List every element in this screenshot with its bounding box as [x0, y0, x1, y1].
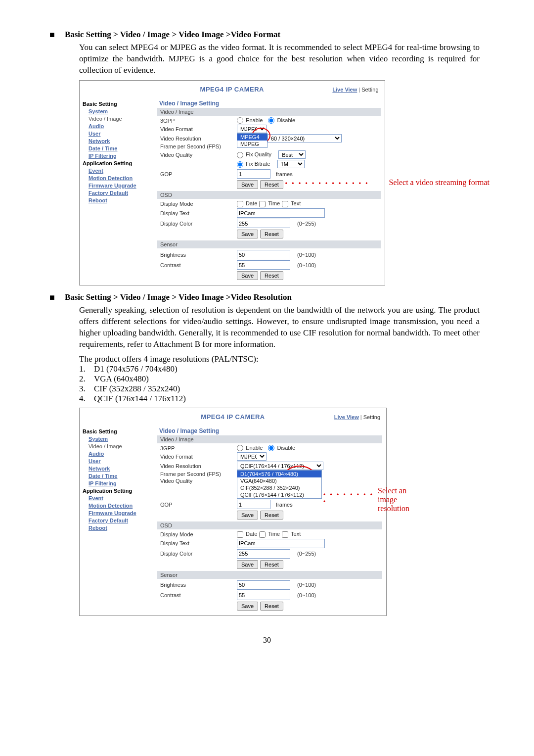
setting-link[interactable]: Setting	[361, 87, 378, 93]
chk-time[interactable]: Time	[259, 531, 280, 538]
label-brightness: Brightness	[160, 252, 237, 258]
res-opt-d1[interactable]: D1(704×576 / 704×480)	[237, 471, 321, 477]
sidebar-item-ipfiltering[interactable]: IP Filtering	[89, 153, 154, 159]
radio-fix-quality[interactable]: Fix Quality	[237, 151, 271, 158]
radio-enable[interactable]: Enable	[237, 445, 263, 452]
label-fps: Frame per Second (FPS)	[160, 143, 237, 149]
reset-button[interactable]: Reset	[260, 511, 283, 520]
sidebar-item-event[interactable]: Event	[89, 495, 154, 501]
section-video-image: Video / Image	[157, 435, 382, 443]
dotted-leader: • • • • • • • • •	[323, 491, 379, 505]
list-num: 4.	[79, 394, 94, 404]
sidebar-item-reboot[interactable]: Reboot	[89, 525, 154, 531]
res-opt-qcif[interactable]: QCIF(176×144 / 176×112)	[237, 491, 321, 498]
res-opt-vga[interactable]: VGA(640×480)	[237, 477, 321, 484]
sidebar-item-ipfiltering[interactable]: IP Filtering	[89, 480, 154, 486]
reset-button[interactable]: Reset	[260, 271, 283, 280]
brightness-input[interactable]	[237, 580, 290, 590]
live-view-link[interactable]: Live View	[334, 414, 359, 420]
label-video-resolution: Video Resolution	[160, 136, 237, 142]
section-2-heading: Basic Setting > Video / Image > Video Im…	[65, 292, 292, 302]
sidebar-item-system[interactable]: System	[89, 108, 154, 114]
sidebar-item-motion[interactable]: Motion Detection	[89, 503, 154, 509]
contrast-input[interactable]	[237, 260, 290, 270]
format-opt-mjpeg[interactable]: MJPEG	[237, 141, 267, 147]
save-button[interactable]: Save	[237, 230, 258, 238]
label-3gpp: 3GPP	[160, 118, 237, 124]
resolutions-intro: The product offers 4 image resolutions (…	[79, 354, 490, 364]
quality-select[interactable]: Best	[278, 150, 306, 159]
display-color-input[interactable]	[237, 219, 290, 228]
radio-disable[interactable]: Disable	[268, 445, 295, 452]
save-button[interactable]: Save	[237, 511, 258, 520]
sidebar-item-audio[interactable]: Audio	[89, 451, 154, 457]
gop-input[interactable]	[237, 169, 270, 179]
display-text-input[interactable]	[237, 208, 325, 218]
sidebar-item-user[interactable]: User	[89, 131, 154, 137]
sidebar-group-app: Application Setting	[83, 160, 154, 166]
sidebar-item-datetime[interactable]: Date / Time	[89, 473, 154, 479]
save-button[interactable]: Save	[237, 602, 258, 611]
contrast-input[interactable]	[237, 591, 290, 600]
sidebar-item-video-image[interactable]: Video / Image	[89, 116, 154, 122]
video-resolution-select[interactable]: 60 / 320×240)	[267, 134, 342, 142]
sidebar-item-datetime[interactable]: Date / Time	[89, 145, 154, 151]
gop-input[interactable]	[237, 500, 270, 509]
sidebar-item-user[interactable]: User	[89, 458, 154, 464]
reset-button[interactable]: Reset	[260, 180, 283, 189]
format-opt-mpeg4[interactable]: MPEG4	[237, 134, 267, 141]
resolution-item: QCIF (176x144 / 176x112)	[94, 394, 186, 404]
radio-disable[interactable]: Disable	[268, 117, 295, 124]
sidebar-item-network[interactable]: Network	[89, 466, 154, 472]
label-video-format: Video Format	[160, 454, 237, 460]
chk-date[interactable]: Date	[237, 200, 257, 207]
sidebar-item-firmware[interactable]: Firmware Upgrade	[89, 183, 154, 189]
chk-text[interactable]: Text	[282, 200, 301, 207]
radio-fix-bitrate[interactable]: Fix Bitrate	[237, 161, 270, 168]
sidebar-item-reboot[interactable]: Reboot	[89, 197, 154, 203]
brightness-input[interactable]	[237, 250, 290, 259]
label-display-color: Display Color	[160, 221, 237, 227]
reset-button[interactable]: Reset	[260, 560, 283, 569]
label-3gpp: 3GPP	[160, 445, 237, 451]
sidebar-item-factory[interactable]: Factory Default	[89, 190, 154, 196]
reset-button[interactable]: Reset	[260, 602, 283, 611]
chk-date[interactable]: Date	[237, 531, 257, 538]
chk-time[interactable]: Time	[259, 200, 280, 207]
sidebar-item-factory[interactable]: Factory Default	[89, 518, 154, 523]
bitrate-select[interactable]: 1M	[277, 160, 305, 168]
display-text-input[interactable]	[237, 539, 325, 548]
section-2-body: Generally speaking, selection of resolut…	[79, 305, 480, 350]
sidebar-item-event[interactable]: Event	[89, 168, 154, 174]
res-opt-cif[interactable]: CIF(352×288 / 352×240)	[237, 484, 321, 491]
sidebar-item-video-image[interactable]: Video / Image	[89, 443, 154, 449]
label-display-color: Display Color	[160, 551, 237, 557]
sidebar-item-motion[interactable]: Motion Detection	[89, 175, 154, 181]
label-contrast: Contrast	[160, 592, 237, 598]
label-fps: Frame per Second (FPS)	[160, 471, 237, 477]
contrast-range: (0~100)	[297, 592, 316, 598]
frames-label: frames	[276, 502, 293, 508]
sidebar-item-system[interactable]: System	[89, 436, 154, 442]
section-1-heading: Basic Setting > Video / Image > Video Im…	[65, 30, 280, 40]
radio-enable[interactable]: Enable	[237, 117, 263, 124]
panel-title: MPEG4 IP CAMERA	[201, 413, 265, 421]
sidebar-item-firmware[interactable]: Firmware Upgrade	[89, 510, 154, 516]
section-osd: OSD	[157, 521, 382, 529]
chk-text[interactable]: Text	[282, 531, 301, 538]
sidebar-item-network[interactable]: Network	[89, 138, 154, 144]
label-brightness: Brightness	[160, 582, 237, 588]
reset-button[interactable]: Reset	[260, 230, 283, 238]
save-button[interactable]: Save	[237, 180, 258, 189]
section-sensor: Sensor	[157, 240, 381, 248]
live-view-link[interactable]: Live View	[332, 87, 357, 93]
display-color-input[interactable]	[237, 549, 290, 559]
sidebar-group-basic: Basic Setting	[83, 101, 154, 107]
display-color-range: (0~255)	[297, 221, 316, 227]
sidebar-item-audio[interactable]: Audio	[89, 123, 154, 129]
save-button[interactable]: Save	[237, 271, 258, 280]
save-button[interactable]: Save	[237, 560, 258, 569]
video-format-select[interactable]: MJPEG	[237, 452, 267, 461]
setting-link[interactable]: Setting	[363, 414, 380, 420]
label-video-quality: Video Quality	[160, 478, 237, 484]
